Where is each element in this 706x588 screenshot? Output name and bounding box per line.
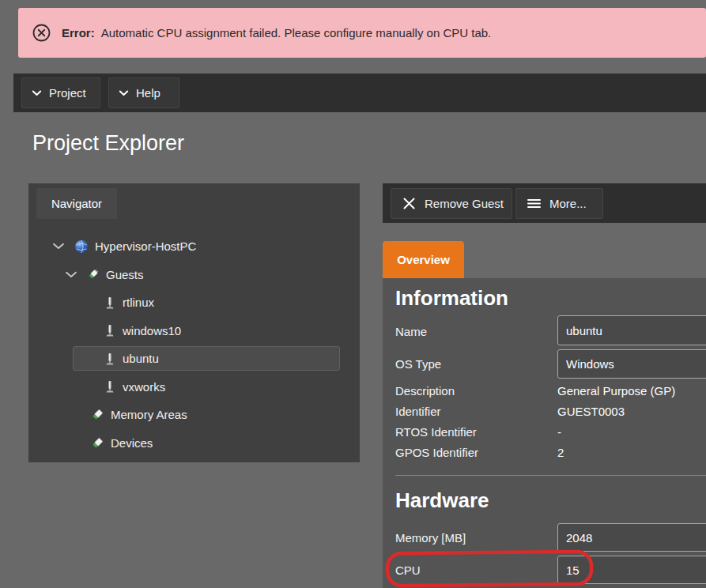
device-icon: [91, 436, 104, 450]
tree-item-label: vxworks: [123, 380, 165, 394]
remove-guest-label: Remove Guest: [425, 197, 504, 210]
chevron-down-icon: [32, 90, 42, 96]
hardware-heading: Hardware: [395, 488, 489, 513]
tab-overview[interactable]: Overview: [383, 241, 464, 278]
identifier-label: Identifier: [395, 405, 441, 418]
tree-item-label: Memory Areas: [111, 408, 187, 421]
project-menu-label: Project: [49, 86, 86, 100]
name-label: Name: [395, 325, 427, 338]
tree-item-memory-areas[interactable]: Memory Areas: [28, 401, 360, 429]
plug-icon: [87, 268, 100, 281]
tree-item-label: ubuntu: [123, 352, 159, 365]
description-label: Description: [395, 384, 455, 398]
memory-icon: [91, 408, 104, 421]
name-input[interactable]: [557, 315, 706, 345]
memory-input[interactable]: [557, 523, 706, 552]
os-type-select[interactable]: Windows: [557, 349, 706, 379]
page-title: Project Explorer: [32, 131, 184, 156]
tree-item-devices[interactable]: Devices: [28, 429, 360, 458]
cpu-input[interactable]: [557, 556, 706, 584]
chevron-down-icon[interactable]: [65, 271, 77, 278]
tree-item-vxworks[interactable]: vxworks: [28, 373, 360, 401]
cpu-label: CPU: [395, 564, 421, 577]
vm-icon: [104, 323, 116, 337]
error-circle-x-icon: [32, 23, 51, 43]
error-message: Automatic CPU assignment failed. Please …: [101, 26, 492, 40]
tree-item-guests[interactable]: Guests: [28, 261, 360, 289]
tree-item-label: windows10: [123, 324, 181, 337]
tree-item-label: rtlinux: [123, 296, 154, 309]
os-type-label: OS Type: [395, 357, 441, 371]
chevron-down-icon: [119, 90, 129, 96]
memory-label: Memory [MB]: [395, 531, 466, 545]
vm-icon: [104, 352, 116, 366]
tree-item-windows10[interactable]: windows10: [28, 317, 360, 345]
more-label: More...: [549, 197, 587, 210]
overview-content-panel: Information Name OS Type Windows Descrip…: [383, 278, 706, 588]
menubar: Project Help: [13, 74, 706, 112]
detail-toolbar: Remove Guest More...: [383, 183, 706, 223]
gpos-identifier-value: 2: [557, 446, 564, 459]
navigator-tab[interactable]: Navigator: [36, 188, 117, 219]
tree-item-rtlinux[interactable]: rtlinux: [28, 288, 360, 317]
os-type-value: Windows: [566, 357, 614, 371]
vm-icon: [104, 379, 116, 394]
tree-item-label: Hypervisor-HostPC: [95, 239, 196, 253]
gpos-identifier-label: GPOS Identifier: [395, 446, 478, 459]
navigator-tree: Hypervisor-HostPCGuestsrtlinuxwindows10u…: [28, 232, 360, 457]
navigator-panel: Navigator Hypervisor-HostPCGuestsrtlinux…: [28, 183, 360, 462]
chevron-down-icon[interactable]: [52, 243, 65, 250]
identifier-value: GUEST0003: [557, 405, 625, 418]
help-menu-button[interactable]: Help: [108, 77, 179, 108]
tree-item-ubuntu[interactable]: ubuntu: [28, 345, 360, 373]
globe-icon: [74, 239, 89, 254]
vm-icon: [104, 296, 116, 310]
error-label: Error:: [62, 26, 95, 40]
hamburger-icon: [527, 198, 541, 209]
help-menu-label: Help: [136, 86, 160, 100]
tree-item-hypervisor-hostpc[interactable]: Hypervisor-HostPC: [28, 232, 360, 261]
tree-item-label: Guests: [106, 268, 144, 281]
information-heading: Information: [395, 286, 508, 311]
rtos-identifier-label: RTOS Identifier: [395, 425, 477, 439]
x-icon: [402, 197, 416, 210]
rtos-identifier-value: -: [557, 425, 561, 439]
description-value: General Purpose (GP): [557, 384, 675, 398]
tree-item-label: Devices: [111, 436, 153, 450]
remove-guest-button[interactable]: Remove Guest: [391, 188, 512, 219]
more-button[interactable]: More...: [515, 188, 603, 219]
error-banner: Error: Automatic CPU assignment failed. …: [18, 8, 706, 58]
section-divider: [395, 475, 706, 476]
project-menu-button[interactable]: Project: [21, 77, 100, 108]
